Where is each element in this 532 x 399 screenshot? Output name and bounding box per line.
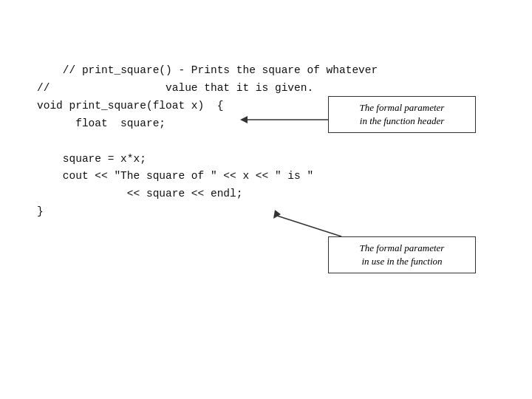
code-line-9: } [37, 205, 44, 217]
annotation-box-header-line2: in the function header [360, 115, 444, 126]
code-line-6: square = x*x; [37, 153, 146, 165]
code-line-4: float square; [37, 117, 166, 129]
annotation-box-use-line1: The formal parameter [360, 242, 445, 253]
main-container: // print_square() - Prints the square of… [0, 0, 532, 399]
code-line-1: // print_square() - Prints the square of… [63, 64, 378, 76]
code-line-7: cout << "The square of " << x << " is " [37, 170, 313, 182]
code-line-3: void print_square(float x) { [37, 100, 223, 112]
code-block: // print_square() - Prints the square of… [37, 44, 495, 239]
code-line-2: // value that it is given. [37, 82, 313, 94]
annotation-box-header-line1: The formal parameter [360, 102, 445, 113]
code-line-8: << square << endl; [37, 188, 242, 200]
annotation-box-header: The formal parameter in the function hea… [328, 96, 476, 133]
annotation-box-use-line2: in use in the function [361, 256, 442, 267]
annotation-box-use: The formal parameter in use in the funct… [328, 236, 476, 273]
